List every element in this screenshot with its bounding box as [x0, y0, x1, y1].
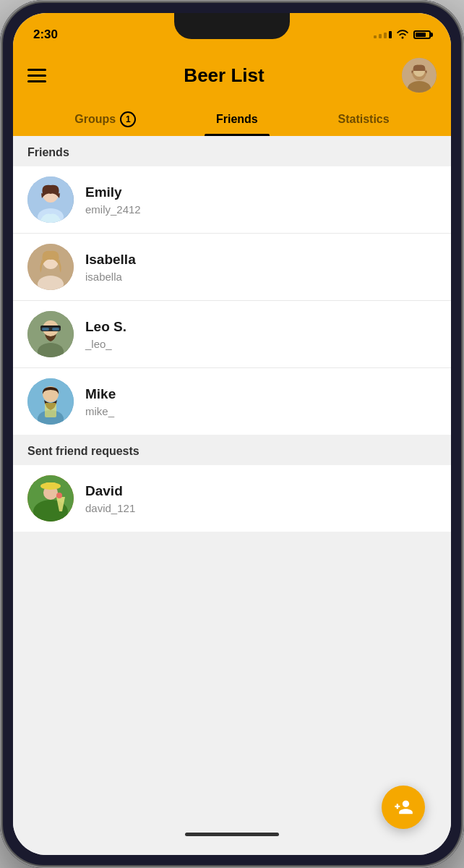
user-info-mike: Mike mike_	[85, 386, 116, 417]
avatar-isabella	[27, 244, 74, 290]
phone-screen: 2:30	[13, 13, 451, 855]
user-name-david: David	[85, 483, 135, 499]
tabs: Groups 1 Friends Statistics	[27, 103, 437, 136]
sent-requests-section-label: Sent friend requests	[13, 435, 451, 465]
list-item[interactable]: Emily emily_2412	[13, 166, 451, 234]
battery-icon	[413, 30, 431, 39]
tab-friends-label: Friends	[216, 113, 258, 126]
user-info-leo: Leo S. _leo_	[85, 319, 126, 350]
list-item[interactable]: Mike mike_	[13, 368, 451, 435]
header-top: Beer List	[27, 58, 437, 103]
content: Friends	[13, 136, 451, 855]
user-handle-leo: _leo_	[85, 338, 126, 350]
user-handle-mike: mike_	[85, 405, 116, 417]
user-name-leo: Leo S.	[85, 319, 126, 335]
header: Beer List	[13, 51, 451, 136]
home-bar	[185, 833, 279, 836]
status-time: 2:30	[33, 27, 58, 42]
user-handle-isabella: isabella	[85, 271, 136, 283]
list-item[interactable]: Isabella isabella	[13, 234, 451, 301]
status-icons	[374, 29, 431, 41]
user-info-david: David david_121	[85, 483, 135, 514]
status-bar: 2:30	[13, 13, 451, 51]
svg-rect-16	[52, 328, 59, 331]
tab-statistics-label: Statistics	[338, 113, 389, 126]
avatar-mike	[27, 378, 74, 425]
user-info-isabella: Isabella isabella	[85, 252, 136, 283]
avatar-emily	[27, 176, 74, 223]
friends-section-label: Friends	[13, 136, 451, 166]
notch	[174, 13, 290, 39]
user-name-emily: Emily	[85, 184, 141, 200]
friends-list: Emily emily_2412	[13, 166, 451, 435]
avatar-david	[27, 475, 74, 522]
user-name-mike: Mike	[85, 386, 116, 402]
tab-groups[interactable]: Groups 1	[63, 103, 147, 136]
user-handle-emily: emily_2412	[85, 203, 141, 216]
app-title: Beer List	[184, 64, 264, 87]
user-avatar[interactable]	[402, 58, 437, 93]
groups-badge: 1	[120, 111, 136, 127]
sent-requests-list: David david_121	[13, 465, 451, 532]
hamburger-menu[interactable]	[27, 69, 46, 82]
svg-rect-15	[42, 328, 49, 331]
list-item[interactable]: David david_121	[13, 465, 451, 532]
tab-groups-label: Groups	[74, 113, 116, 126]
list-item[interactable]: Leo S. _leo_	[13, 301, 451, 368]
wifi-icon	[396, 29, 409, 41]
svg-rect-20	[45, 403, 56, 417]
user-handle-david: david_121	[85, 502, 135, 514]
tab-friends[interactable]: Friends	[205, 103, 270, 136]
svg-rect-26	[45, 482, 56, 488]
signal-icon	[374, 31, 392, 38]
user-info-emily: Emily emily_2412	[85, 184, 141, 216]
phone-frame: 2:30	[0, 0, 464, 868]
svg-point-27	[56, 493, 62, 498]
avatar-leo	[27, 311, 74, 357]
tab-statistics[interactable]: Statistics	[326, 103, 400, 136]
add-friend-button[interactable]	[382, 786, 425, 829]
user-name-isabella: Isabella	[85, 252, 136, 268]
add-person-icon	[393, 797, 413, 817]
